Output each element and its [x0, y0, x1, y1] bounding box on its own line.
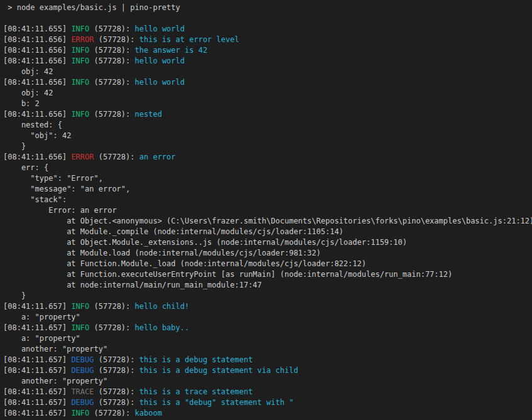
terminal-line: obj: 42: [3, 88, 532, 99]
terminal-line: [08:41:11.656] INFO (57728): hello world: [3, 77, 532, 88]
log-stack-line: at Module._compile (node:internal/module…: [3, 227, 344, 236]
log-property: another: "property": [3, 377, 107, 385]
log-property: obj: 42: [3, 67, 53, 76]
log-property: another: "property": [3, 345, 107, 353]
log-pid: (57728):: [94, 387, 139, 396]
terminal-line: a: "property": [3, 312, 532, 323]
terminal-line: [08:41:11.657] TRACE (57728): this is a …: [3, 387, 532, 397]
log-message: an error: [139, 153, 176, 161]
terminal-line: [3, 13, 532, 24]
log-pid: (57728):: [89, 78, 134, 87]
log-level-error: ERROR: [71, 153, 94, 161]
log-message: the answer is 42: [135, 46, 208, 55]
log-stack-line: at Module.load (node:internal/modules/cj…: [3, 249, 321, 257]
log-pid: (57728):: [94, 355, 139, 364]
log-message: this is a debug statement: [139, 355, 253, 364]
log-pid: (57728):: [89, 57, 134, 65]
log-timestamp: [08:41:11.655]: [3, 24, 71, 33]
terminal-line: [08:41:11.657] INFO (57728): hello child…: [3, 301, 532, 312]
log-timestamp: [08:41:11.657]: [3, 323, 71, 332]
terminal-line: [08:41:11.656] INFO (57728): nested: [3, 109, 532, 120]
log-level-info: INFO: [71, 302, 89, 311]
log-property: "obj": 42: [3, 131, 71, 140]
terminal-line: at Module.load (node:internal/modules/cj…: [3, 248, 532, 259]
terminal-line: err: {: [3, 163, 532, 173]
log-pid: (57728):: [94, 153, 139, 161]
log-property: "stack":: [3, 195, 67, 204]
terminal-line: at Object.Module._extensions..js (node:i…: [3, 237, 532, 248]
terminal-line: a: "property": [3, 333, 532, 344]
log-pid: (57728):: [89, 24, 134, 33]
log-property: err: {: [3, 163, 48, 172]
terminal-line: at node:internal/main/run_main_module:17…: [3, 280, 532, 291]
log-timestamp: [08:41:11.657]: [3, 387, 71, 396]
log-timestamp: [08:41:11.656]: [3, 153, 71, 161]
log-level-info: INFO: [71, 323, 89, 332]
terminal-line: [08:41:11.657] INFO (57728): kaboom: [3, 408, 532, 419]
log-stack-line: at Object.Module._extensions..js (node:i…: [3, 238, 407, 247]
log-pid: (57728):: [89, 110, 134, 119]
terminal-line: }: [3, 141, 532, 152]
log-level-debug: DEBUG: [71, 355, 94, 364]
terminal-line: at Module._compile (node:internal/module…: [3, 227, 532, 237]
terminal-line: }: [3, 291, 532, 301]
log-property: a: "property": [3, 313, 80, 321]
terminal-line: at Function.executeUserEntryPoint [as ru…: [3, 269, 532, 280]
log-pid: (57728):: [89, 323, 134, 332]
log-pid: (57728):: [89, 409, 134, 417]
terminal-line: at Object.<anonymous> (C:\Users\frazer.s…: [3, 216, 532, 227]
terminal-line: [08:41:11.655] INFO (57728): hello world: [3, 24, 532, 35]
log-property: }: [3, 291, 26, 300]
log-pid: (57728):: [94, 35, 139, 44]
log-stack-line: at node:internal/main/run_main_module:17…: [3, 281, 262, 289]
terminal-line: [08:41:11.657] DEBUG (57728): this is a …: [3, 397, 532, 408]
log-timestamp: [08:41:11.657]: [3, 302, 71, 311]
log-message: kaboom: [135, 409, 162, 417]
log-timestamp: [08:41:11.657]: [3, 366, 71, 375]
log-message: this is a debug statement via child: [139, 366, 298, 375]
log-timestamp: [08:41:11.656]: [3, 46, 71, 55]
log-message: this is a "debug" statement with ": [139, 398, 294, 407]
terminal-line: > node examples/basic.js | pino-pretty: [3, 3, 532, 13]
terminal-line: nested: {: [3, 120, 532, 131]
terminal-line: Error: an error: [3, 205, 532, 216]
log-timestamp: [08:41:11.657]: [3, 355, 71, 364]
log-property: "message": "an error",: [3, 185, 130, 193]
log-message: this is a trace statement: [139, 387, 253, 396]
log-message: nested: [135, 110, 162, 119]
log-timestamp: [08:41:11.656]: [3, 78, 71, 87]
command-text: > node examples/basic.js | pino-pretty: [3, 3, 180, 12]
terminal-line: [08:41:11.656] ERROR (57728): this is at…: [3, 35, 532, 45]
log-level-trace: TRACE: [71, 387, 94, 396]
terminal-line: [08:41:11.657] DEBUG (57728): this is a …: [3, 355, 532, 365]
terminal-line: at Function.Module._load (node:internal/…: [3, 259, 532, 269]
log-message: hello baby..: [135, 323, 190, 332]
log-timestamp: [08:41:11.656]: [3, 35, 71, 44]
log-message: hello child!: [135, 302, 190, 311]
log-stack-line: at Function.Module._load (node:internal/…: [3, 259, 366, 268]
log-level-info: INFO: [71, 110, 89, 119]
log-stack-line: Error: an error: [3, 206, 117, 215]
terminal-output[interactable]: > node examples/basic.js | pino-pretty[0…: [0, 0, 532, 420]
log-level-info: INFO: [71, 409, 89, 417]
log-property: a: "property": [3, 334, 80, 343]
log-timestamp: [08:41:11.656]: [3, 57, 71, 65]
log-level-info: INFO: [71, 57, 89, 65]
log-property: obj: 42: [3, 89, 53, 97]
terminal-line: "stack":: [3, 195, 532, 205]
log-stack-line: at Object.<anonymous> (C:\Users\frazer.s…: [3, 217, 532, 225]
log-property: }: [3, 142, 26, 151]
log-pid: (57728):: [94, 398, 139, 407]
log-level-debug: DEBUG: [71, 398, 94, 407]
log-timestamp: [08:41:11.657]: [3, 409, 71, 417]
terminal-line: "obj": 42: [3, 131, 532, 141]
terminal-line: [08:41:11.657] INFO (57728): hello baby.…: [3, 323, 532, 333]
log-level-info: INFO: [71, 46, 89, 55]
terminal-line: another: "property": [3, 344, 532, 355]
log-property: "type": "Error",: [3, 174, 103, 183]
log-level-info: INFO: [71, 24, 89, 33]
terminal-line: "message": "an error",: [3, 184, 532, 195]
terminal-line: [08:41:11.656] INFO (57728): the answer …: [3, 45, 532, 56]
log-timestamp: [08:41:11.656]: [3, 110, 71, 119]
log-level-info: INFO: [71, 78, 89, 87]
